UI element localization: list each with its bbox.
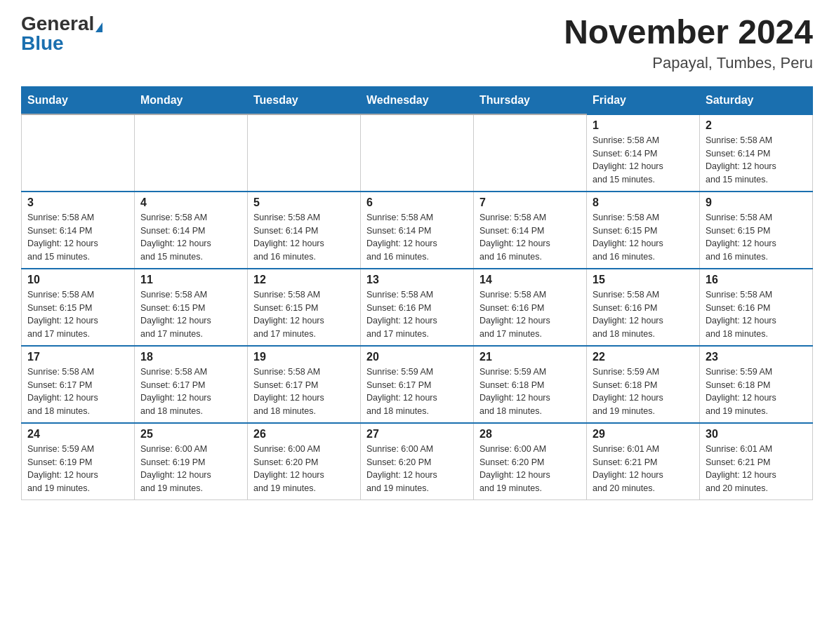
day-number: 25 — [140, 428, 241, 441]
header-friday: Friday — [587, 86, 700, 114]
calendar-table: SundayMondayTuesdayWednesdayThursdayFrid… — [21, 86, 813, 500]
day-info: Sunrise: 5:58 AM Sunset: 6:16 PM Dayligh… — [366, 288, 468, 341]
calendar-cell: 9Sunrise: 5:58 AM Sunset: 6:15 PM Daylig… — [700, 192, 813, 269]
calendar-cell — [474, 114, 587, 192]
week-row-1: 3Sunrise: 5:58 AM Sunset: 6:14 PM Daylig… — [22, 192, 813, 269]
day-info: Sunrise: 5:58 AM Sunset: 6:16 PM Dayligh… — [479, 288, 581, 341]
day-number: 26 — [253, 428, 355, 441]
day-info: Sunrise: 5:58 AM Sunset: 6:16 PM Dayligh… — [593, 288, 694, 341]
calendar-cell: 29Sunrise: 6:01 AM Sunset: 6:21 PM Dayli… — [587, 423, 700, 500]
logo: General Blue — [21, 14, 102, 53]
calendar-cell: 19Sunrise: 5:58 AM Sunset: 6:17 PM Dayli… — [248, 346, 361, 423]
day-number: 7 — [479, 196, 581, 209]
logo-general: General — [21, 13, 102, 34]
logo-blue: Blue — [21, 32, 64, 54]
day-number: 12 — [253, 274, 355, 286]
main-title: November 2024 — [564, 14, 813, 51]
page-header: General Blue November 2024 Papayal, Tumb… — [21, 14, 813, 72]
calendar-cell — [361, 114, 474, 192]
day-number: 6 — [366, 196, 468, 209]
logo-blue-text: Blue — [21, 34, 64, 53]
day-number: 10 — [27, 274, 128, 286]
day-number: 3 — [27, 196, 128, 209]
day-number: 2 — [706, 119, 807, 132]
day-info: Sunrise: 5:59 AM Sunset: 6:18 PM Dayligh… — [706, 365, 807, 418]
calendar-cell: 12Sunrise: 5:58 AM Sunset: 6:15 PM Dayli… — [248, 269, 361, 346]
subtitle: Papayal, Tumbes, Peru — [564, 54, 813, 72]
day-info: Sunrise: 5:58 AM Sunset: 6:17 PM Dayligh… — [253, 365, 355, 418]
day-number: 8 — [593, 196, 694, 209]
day-number: 20 — [366, 351, 468, 363]
day-number: 24 — [27, 428, 128, 441]
day-number: 27 — [366, 428, 468, 441]
day-info: Sunrise: 5:59 AM Sunset: 6:17 PM Dayligh… — [366, 365, 468, 418]
calendar-cell: 28Sunrise: 6:00 AM Sunset: 6:20 PM Dayli… — [474, 423, 587, 500]
day-number: 29 — [593, 428, 694, 441]
header-tuesday: Tuesday — [248, 86, 361, 114]
calendar-cell: 30Sunrise: 6:01 AM Sunset: 6:21 PM Dayli… — [700, 423, 813, 500]
calendar-cell: 7Sunrise: 5:58 AM Sunset: 6:14 PM Daylig… — [474, 192, 587, 269]
header-monday: Monday — [135, 86, 248, 114]
calendar-cell — [248, 114, 361, 192]
calendar-cell: 18Sunrise: 5:58 AM Sunset: 6:17 PM Dayli… — [135, 346, 248, 423]
day-number: 16 — [706, 274, 807, 286]
calendar-cell: 16Sunrise: 5:58 AM Sunset: 6:16 PM Dayli… — [700, 269, 813, 346]
day-number: 21 — [479, 351, 581, 363]
header-row: SundayMondayTuesdayWednesdayThursdayFrid… — [22, 86, 813, 114]
calendar-cell — [22, 114, 135, 192]
day-info: Sunrise: 5:58 AM Sunset: 6:15 PM Dayligh… — [253, 288, 355, 341]
day-number: 9 — [706, 196, 807, 209]
day-info: Sunrise: 6:00 AM Sunset: 6:20 PM Dayligh… — [253, 443, 355, 495]
day-number: 28 — [479, 428, 581, 441]
day-info: Sunrise: 6:01 AM Sunset: 6:21 PM Dayligh… — [593, 443, 694, 495]
calendar-cell: 20Sunrise: 5:59 AM Sunset: 6:17 PM Dayli… — [361, 346, 474, 423]
calendar-cell: 21Sunrise: 5:59 AM Sunset: 6:18 PM Dayli… — [474, 346, 587, 423]
day-number: 14 — [479, 274, 581, 286]
day-info: Sunrise: 5:58 AM Sunset: 6:14 PM Dayligh… — [140, 211, 241, 264]
header-saturday: Saturday — [700, 86, 813, 114]
day-info: Sunrise: 5:58 AM Sunset: 6:16 PM Dayligh… — [706, 288, 807, 341]
header-thursday: Thursday — [474, 86, 587, 114]
logo-triangle-icon — [95, 22, 102, 32]
day-info: Sunrise: 5:58 AM Sunset: 6:14 PM Dayligh… — [706, 134, 807, 187]
day-info: Sunrise: 6:00 AM Sunset: 6:19 PM Dayligh… — [140, 443, 241, 495]
calendar-cell: 10Sunrise: 5:58 AM Sunset: 6:15 PM Dayli… — [22, 269, 135, 346]
week-row-3: 17Sunrise: 5:58 AM Sunset: 6:17 PM Dayli… — [22, 346, 813, 423]
day-number: 18 — [140, 351, 241, 363]
calendar-cell: 27Sunrise: 6:00 AM Sunset: 6:20 PM Dayli… — [361, 423, 474, 500]
calendar-cell: 22Sunrise: 5:59 AM Sunset: 6:18 PM Dayli… — [587, 346, 700, 423]
day-info: Sunrise: 5:58 AM Sunset: 6:17 PM Dayligh… — [140, 365, 241, 418]
calendar-cell: 13Sunrise: 5:58 AM Sunset: 6:16 PM Dayli… — [361, 269, 474, 346]
day-info: Sunrise: 6:00 AM Sunset: 6:20 PM Dayligh… — [479, 443, 581, 495]
calendar-cell: 6Sunrise: 5:58 AM Sunset: 6:14 PM Daylig… — [361, 192, 474, 269]
calendar-cell: 2Sunrise: 5:58 AM Sunset: 6:14 PM Daylig… — [700, 114, 813, 192]
calendar-cell: 3Sunrise: 5:58 AM Sunset: 6:14 PM Daylig… — [22, 192, 135, 269]
week-row-4: 24Sunrise: 5:59 AM Sunset: 6:19 PM Dayli… — [22, 423, 813, 500]
day-number: 4 — [140, 196, 241, 209]
day-number: 19 — [253, 351, 355, 363]
day-number: 17 — [27, 351, 128, 363]
calendar-cell: 1Sunrise: 5:58 AM Sunset: 6:14 PM Daylig… — [587, 114, 700, 192]
day-info: Sunrise: 6:00 AM Sunset: 6:20 PM Dayligh… — [366, 443, 468, 495]
calendar-cell: 5Sunrise: 5:58 AM Sunset: 6:14 PM Daylig… — [248, 192, 361, 269]
day-info: Sunrise: 5:58 AM Sunset: 6:17 PM Dayligh… — [27, 365, 128, 418]
calendar-cell: 26Sunrise: 6:00 AM Sunset: 6:20 PM Dayli… — [248, 423, 361, 500]
day-number: 1 — [593, 119, 694, 132]
day-info: Sunrise: 6:01 AM Sunset: 6:21 PM Dayligh… — [706, 443, 807, 495]
day-info: Sunrise: 5:58 AM Sunset: 6:14 PM Dayligh… — [253, 211, 355, 264]
logo-text: General — [21, 14, 102, 34]
calendar-header: SundayMondayTuesdayWednesdayThursdayFrid… — [22, 86, 813, 114]
day-number: 11 — [140, 274, 241, 286]
day-info: Sunrise: 5:59 AM Sunset: 6:18 PM Dayligh… — [479, 365, 581, 418]
day-info: Sunrise: 5:58 AM Sunset: 6:14 PM Dayligh… — [593, 134, 694, 187]
day-number: 23 — [706, 351, 807, 363]
week-row-0: 1Sunrise: 5:58 AM Sunset: 6:14 PM Daylig… — [22, 114, 813, 192]
day-info: Sunrise: 5:59 AM Sunset: 6:19 PM Dayligh… — [27, 443, 128, 495]
day-info: Sunrise: 5:59 AM Sunset: 6:18 PM Dayligh… — [593, 365, 694, 418]
day-info: Sunrise: 5:58 AM Sunset: 6:15 PM Dayligh… — [140, 288, 241, 341]
day-info: Sunrise: 5:58 AM Sunset: 6:15 PM Dayligh… — [27, 288, 128, 341]
calendar-cell: 8Sunrise: 5:58 AM Sunset: 6:15 PM Daylig… — [587, 192, 700, 269]
day-number: 30 — [706, 428, 807, 441]
calendar-cell: 24Sunrise: 5:59 AM Sunset: 6:19 PM Dayli… — [22, 423, 135, 500]
day-number: 22 — [593, 351, 694, 363]
